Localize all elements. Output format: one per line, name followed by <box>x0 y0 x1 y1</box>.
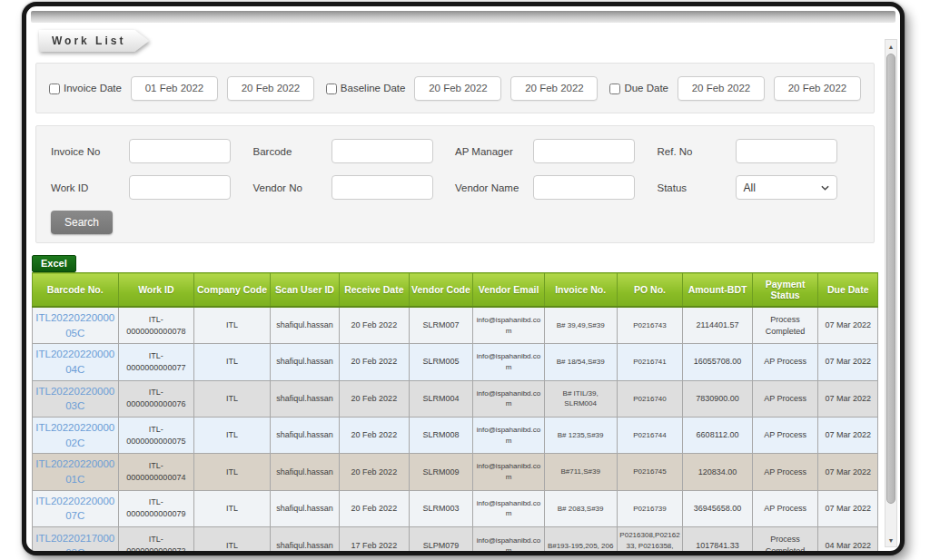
cell-due_date: 07 Mar 2022 <box>818 454 878 490</box>
cell-due_date: 07 Mar 2022 <box>818 380 878 417</box>
cell-company_code: ITL <box>194 527 271 555</box>
column-header[interactable]: Invoice No. <box>544 273 617 308</box>
table-header-row: Barcode No.Work IDCompany CodeScan User … <box>33 273 878 308</box>
cell-po_no: P0216743 <box>617 307 683 344</box>
cell-invoice_no: B# 18/54,S#39 <box>544 344 617 380</box>
due-date-from-input[interactable] <box>678 76 765 101</box>
status-select[interactable]: All <box>736 175 837 200</box>
cell-scan_user_id: shafiqul.hassan <box>270 490 339 526</box>
cell-vendor_code: SLRM004 <box>409 380 473 417</box>
barcode-link[interactable]: ITL2022022000004C <box>35 349 114 375</box>
column-header[interactable]: Work ID <box>118 273 194 308</box>
cell-invoice_no: B# ITIL/39, SLRM004 <box>544 380 617 417</box>
column-header[interactable]: Barcode No. <box>33 273 119 308</box>
vendor-name-field: Vendor Name <box>455 175 658 200</box>
invoice-no-field: Invoice No <box>51 139 253 163</box>
due-date-to-input[interactable] <box>774 76 861 101</box>
baseline-date-to-input[interactable] <box>510 76 598 101</box>
cell-receive_date: 20 Feb 2022 <box>340 380 409 417</box>
column-header[interactable]: Scan User ID <box>270 273 339 308</box>
cell-barcode: ITL2022021700003C <box>33 527 119 555</box>
barcode-input[interactable] <box>331 139 433 163</box>
cell-vendor_email: info@ispahanibd.com <box>473 490 544 526</box>
cell-po_no: P0216308,P0216233, P0216358, P0216482 <box>617 527 683 555</box>
barcode-link[interactable]: ITL2022021700003C <box>35 533 114 555</box>
cell-vendor_email: info@ispahanibd.com <box>473 344 544 380</box>
column-header[interactable]: Payment Status <box>752 273 818 308</box>
date-filter-bar: Invoice Date Baseline Date Due Date <box>35 63 875 113</box>
ap-manager-field: AP Manager <box>455 139 658 163</box>
cell-receive_date: 17 Feb 2022 <box>340 527 409 555</box>
cell-vendor_code: SLRM003 <box>409 490 473 526</box>
cell-amount_bdt: 2114401.57 <box>683 307 752 344</box>
excel-export-button[interactable]: Excel <box>32 255 76 272</box>
barcode-link[interactable]: ITL2022022000002C <box>35 422 114 448</box>
column-header[interactable]: Amount-BDT <box>683 273 752 308</box>
column-header[interactable]: Due Date <box>818 273 878 308</box>
cell-receive_date: 20 Feb 2022 <box>340 344 409 380</box>
barcode-link[interactable]: ITL2022022000003C <box>35 386 114 412</box>
cell-receive_date: 20 Feb 2022 <box>340 454 409 490</box>
cell-barcode: ITL2022022000003C <box>33 380 119 417</box>
top-gray-strip <box>31 11 895 23</box>
ref-no-input[interactable] <box>736 139 837 163</box>
breadcrumb: Work List <box>39 30 149 52</box>
cell-amount_bdt: 36945658.00 <box>683 490 752 526</box>
cell-vendor_email: info@ispahanibd.com <box>473 527 544 555</box>
cell-payment_status: AP Process <box>752 344 818 380</box>
barcode-field: Barcode <box>253 139 456 163</box>
cell-scan_user_id: shafiqul.hassan <box>270 454 339 490</box>
column-header[interactable]: Vendor Email <box>473 273 544 308</box>
cell-po_no: P0216741 <box>617 344 683 380</box>
cell-payment_status: Process Completed <box>752 527 818 555</box>
vendor-name-input[interactable] <box>533 175 635 200</box>
cell-barcode: ITL2022022000002C <box>33 418 119 454</box>
search-form-grid: Invoice No Barcode AP Manager Ref. No Wo… <box>51 139 859 200</box>
invoice-date-from-input[interactable] <box>131 76 218 101</box>
barcode-link[interactable]: ITL2022022000001C <box>35 458 114 485</box>
cell-work_id: ITL-0000000000074 <box>118 454 194 490</box>
column-header[interactable]: PO No. <box>617 273 683 308</box>
barcode-link[interactable]: ITL2022022000007C <box>35 496 114 522</box>
due-date-checkbox[interactable] <box>609 84 620 94</box>
scroll-down-icon[interactable]: ▼ <box>885 534 896 546</box>
cell-payment_status: AP Process <box>752 490 818 526</box>
vendor-no-input[interactable] <box>331 175 433 200</box>
vertical-scrollbar[interactable]: ▲ ▼ <box>885 39 897 547</box>
cell-payment_status: Process Completed <box>752 307 818 344</box>
scroll-up-icon[interactable]: ▲ <box>885 40 896 53</box>
search-button[interactable]: Search <box>51 211 113 234</box>
invoice-date-checkbox-label: Invoice Date <box>49 83 122 94</box>
invoice-date-to-input[interactable] <box>227 76 314 101</box>
table-row: ITL2022022000005CITL-0000000000078ITLsha… <box>33 307 878 344</box>
cell-due_date: 07 Mar 2022 <box>818 344 878 380</box>
column-header[interactable]: Company Code <box>194 273 271 308</box>
cell-po_no: P0216745 <box>617 454 683 490</box>
chevron-down-icon <box>821 185 829 191</box>
scrollbar-thumb[interactable] <box>886 54 895 504</box>
status-field: Status All <box>658 175 860 200</box>
invoice-date-checkbox[interactable] <box>49 84 60 94</box>
ap-manager-input[interactable] <box>533 139 635 163</box>
app-window: Work List Invoice Date Baseline Date Due… <box>22 2 905 555</box>
cell-vendor_email: info@ispahanibd.com <box>473 454 544 490</box>
cell-work_id: ITL-0000000000072 <box>118 527 194 555</box>
cell-company_code: ITL <box>194 307 271 344</box>
baseline-date-group: Baseline Date <box>326 76 599 101</box>
cell-payment_status: AP Process <box>752 418 818 454</box>
baseline-date-checkbox[interactable] <box>326 84 337 94</box>
baseline-date-from-input[interactable] <box>414 76 501 101</box>
column-header[interactable]: Receive Date <box>340 273 409 308</box>
work-id-field: Work ID <box>51 175 253 200</box>
cell-due_date: 07 Mar 2022 <box>818 490 878 526</box>
invoice-no-input[interactable] <box>129 139 231 163</box>
cell-amount_bdt: 120834.00 <box>683 454 752 490</box>
barcode-link[interactable]: ITL2022022000005C <box>35 312 114 339</box>
column-header[interactable]: Vendor Code <box>409 273 473 308</box>
cell-invoice_no: B#711,S#39 <box>544 454 617 490</box>
cell-payment_status: AP Process <box>752 380 818 417</box>
work-id-input[interactable] <box>129 175 231 200</box>
cell-scan_user_id: shafiqul.hassan <box>270 307 339 344</box>
cell-vendor_email: info@ispahanibd.com <box>473 418 544 454</box>
cell-due_date: 07 Mar 2022 <box>818 418 878 454</box>
